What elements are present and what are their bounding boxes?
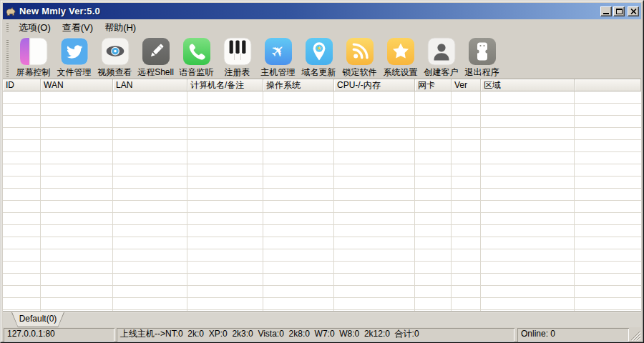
toolbar-items: 屏幕控制文件管理 视频查看 远程Shell 语音监听 注册表 ✈主机管理 ★域名… <box>13 35 502 79</box>
toolbar-label: 视频查看 <box>98 66 132 79</box>
toolbar-video-view-button[interactable]: 视频查看 <box>94 35 135 79</box>
toolbar-label: 锁定软件 <box>343 66 377 79</box>
status-bar: 127.0.0.1:80 上线主机-->NT:0 2k:0 XP:0 2k3:0… <box>3 327 641 342</box>
toolbar-lock-software-button[interactable]: 锁定软件 <box>339 35 380 79</box>
status-online-summary: 上线主机-->NT:0 2k:0 XP:0 2k3:0 Vista:0 2k8:… <box>117 328 514 342</box>
toolbar-exit-program-button[interactable]: 退出程序 <box>462 35 502 79</box>
column-header-blank[interactable] <box>575 79 641 91</box>
ticket-icon <box>468 37 497 66</box>
column-header-id[interactable]: ID <box>3 79 41 91</box>
star-icon <box>386 37 415 66</box>
column-header-nic[interactable]: 网卡 <box>415 79 452 91</box>
close-icon <box>630 9 637 14</box>
window-frame: New Mmly Ver:5.0 选项(O)查看(V)帮助(H) 屏幕控制文件管… <box>1 1 643 342</box>
menu-item-help[interactable]: 帮助(H) <box>99 20 142 36</box>
svg-text:★: ★ <box>316 45 321 51</box>
rebar-gripper[interactable] <box>6 40 9 77</box>
column-header-ver[interactable]: Ver <box>452 79 481 91</box>
grid-vline <box>451 91 452 311</box>
toolbar-label: 语音监听 <box>180 66 214 79</box>
toolbar-label: 退出程序 <box>465 66 499 79</box>
toolbar-label: 域名更新 <box>302 66 336 79</box>
tab-default-label[interactable]: Default(0) <box>12 312 64 327</box>
toolbar-domain-update-button[interactable]: ★域名更新 <box>298 35 339 79</box>
tab-default[interactable]: Default(0) <box>11 312 64 327</box>
toolbar-label: 远程Shell <box>137 66 174 79</box>
maximize-icon <box>616 9 623 14</box>
table-header-row: IDWANLAN计算机名/备注操作系统CPU-/-内存网卡Ver区域 <box>3 79 641 91</box>
status-address: 127.0.0.1:80 <box>4 328 114 342</box>
app-window: New Mmly Ver:5.0 选项(O)查看(V)帮助(H) 屏幕控制文件管… <box>0 0 644 343</box>
eye-icon <box>101 37 130 66</box>
toolbar: 屏幕控制文件管理 视频查看 远程Shell 语音监听 注册表 ✈主机管理 ★域名… <box>3 35 641 79</box>
minimize-button[interactable] <box>600 6 612 16</box>
toolbar-create-client-button[interactable]: 创建客户 <box>421 35 462 79</box>
column-header-computer-name[interactable]: 计算机名/备注 <box>187 79 263 91</box>
rss-icon <box>346 37 374 66</box>
minimize-icon <box>603 13 609 14</box>
phone-icon <box>182 37 211 66</box>
grid-vline <box>263 91 263 311</box>
maximize-button[interactable] <box>613 6 625 16</box>
grid-vline <box>480 91 481 311</box>
tab-strip: Default(0) <box>3 311 641 328</box>
column-header-lan[interactable]: LAN <box>113 79 187 91</box>
toolbar-label: 注册表 <box>225 66 250 79</box>
horse-icon <box>5 6 16 17</box>
column-header-wan[interactable]: WAN <box>41 79 113 91</box>
host-table: IDWANLAN计算机名/备注操作系统CPU-/-内存网卡Ver区域 <box>3 79 641 312</box>
piano-keys-icon <box>223 37 252 66</box>
table-body[interactable] <box>3 91 641 311</box>
twitter-bird-icon <box>60 37 89 66</box>
menu-items: 选项(O)查看(V)帮助(H) <box>13 20 142 36</box>
location-pin-icon: ★ <box>305 37 333 66</box>
grid-vline <box>414 91 415 311</box>
column-header-cpu-mem[interactable]: CPU-/-内存 <box>334 79 415 91</box>
window-title: New Mmly Ver:5.0 <box>19 6 100 16</box>
toolbar-file-manager-button[interactable]: 文件管理 <box>54 35 94 79</box>
person-icon <box>427 37 456 66</box>
toolbar-registry-button[interactable]: 注册表 <box>217 35 258 79</box>
grid-vline <box>187 91 187 311</box>
menu-bar: 选项(O)查看(V)帮助(H) <box>3 21 641 35</box>
toolbar-remote-shell-button[interactable]: 远程Shell <box>135 35 176 79</box>
menu-item-options[interactable]: 选项(O) <box>13 20 57 36</box>
toolbar-label: 创建客户 <box>424 66 459 79</box>
toolbar-label: 系统设置 <box>384 66 418 79</box>
airplane-icon: ✈ <box>264 37 293 66</box>
toolbar-system-settings-button[interactable]: 系统设置 <box>380 35 421 79</box>
status-online-count: Online: 0 <box>517 328 629 342</box>
toolbar-host-manage-button[interactable]: ✈主机管理 <box>258 35 298 79</box>
grid-vline <box>574 91 575 311</box>
grid-vline <box>40 91 41 311</box>
rebar-gripper[interactable] <box>6 23 9 33</box>
title-bar[interactable]: New Mmly Ver:5.0 <box>3 3 641 19</box>
grid-vline <box>112 91 113 311</box>
window-controls <box>600 6 639 16</box>
toolbar-screen-control-button[interactable]: 屏幕控制 <box>13 35 54 79</box>
pencil-icon <box>142 37 170 66</box>
resize-grip[interactable] <box>630 331 640 341</box>
toolbar-label: 主机管理 <box>261 66 296 79</box>
menu-item-view[interactable]: 查看(V) <box>57 20 99 36</box>
toolbar-label: 屏幕控制 <box>16 66 51 79</box>
notebook-icon <box>19 37 48 66</box>
column-header-os[interactable]: 操作系统 <box>263 79 334 91</box>
grid-vline <box>333 91 334 311</box>
column-header-region[interactable]: 区域 <box>481 79 575 91</box>
close-button[interactable] <box>628 6 639 16</box>
toolbar-label: 文件管理 <box>57 66 92 79</box>
toolbar-voice-monitor-button[interactable]: 语音监听 <box>176 35 217 79</box>
